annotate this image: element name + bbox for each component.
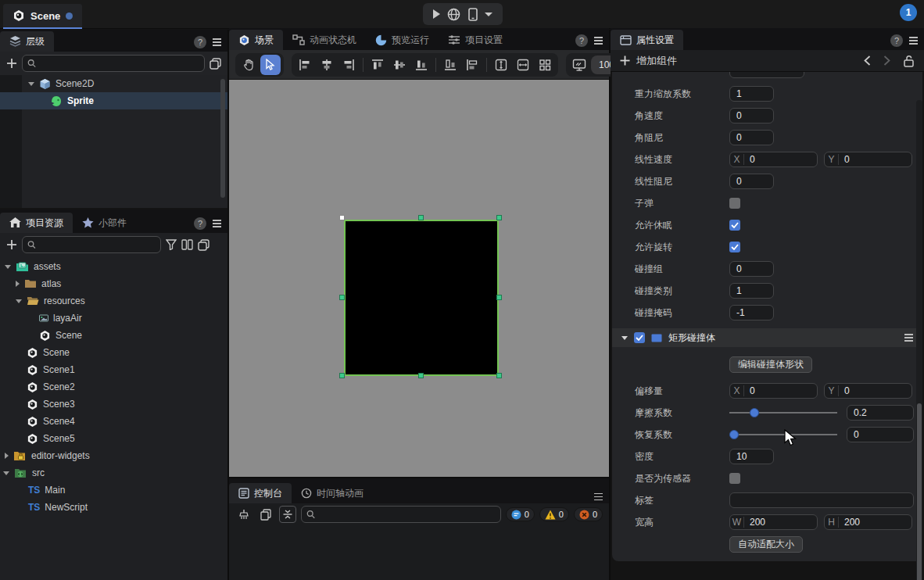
clear-console-button[interactable]	[235, 506, 252, 523]
bullet-checkbox[interactable]	[729, 198, 740, 209]
align-top-button[interactable]	[367, 55, 388, 75]
restitution-slider[interactable]	[729, 427, 837, 442]
add-asset-button[interactable]	[6, 239, 17, 250]
copy-log-button[interactable]	[257, 506, 274, 523]
caret-right-icon[interactable]	[5, 453, 9, 459]
tab-timeline-animation[interactable]: 时间轴动画	[292, 483, 373, 503]
caret-down-icon[interactable]	[621, 336, 628, 340]
tab-preview-run[interactable]: 预览运行	[366, 30, 439, 50]
tree-node-assets[interactable]: assets	[0, 258, 227, 275]
help-icon[interactable]: ?	[890, 34, 903, 47]
caret-down-icon[interactable]	[16, 299, 22, 303]
selection-handle-top-center[interactable]	[418, 215, 424, 220]
allow-sleep-checkbox[interactable]	[729, 220, 740, 231]
assets-search-input[interactable]	[22, 236, 161, 253]
selected-sprite-rect[interactable]	[344, 220, 499, 376]
tree-node-src[interactable]: src	[0, 464, 227, 482]
tree-node-layaair[interactable]: layaAir	[0, 310, 227, 327]
caret-down-icon[interactable]	[5, 265, 11, 269]
notification-badge[interactable]: 1	[900, 4, 917, 21]
warning-count-filter[interactable]: 0	[539, 507, 569, 521]
split-columns-icon[interactable]	[181, 239, 193, 250]
tree-node-scene-file[interactable]: Scene	[0, 327, 227, 344]
collider-section-header[interactable]: 矩形碰撞体	[612, 328, 922, 347]
align-right-button[interactable]	[338, 55, 359, 75]
collision-group-input[interactable]: 0	[729, 261, 774, 277]
caret-right-icon[interactable]	[16, 281, 20, 287]
tree-node-scene-file[interactable]: Scene	[0, 344, 227, 361]
scene-canvas[interactable]	[229, 80, 609, 477]
tree-node-atlas[interactable]: atlas	[0, 275, 227, 292]
tree-node-editor-widgets[interactable]: editor-widgets	[0, 447, 227, 464]
tree-node-main-script[interactable]: TS Main	[0, 482, 227, 499]
collider-enabled-checkbox[interactable]	[634, 332, 645, 343]
tree-node-scene-file[interactable]: Scene1	[0, 361, 227, 378]
friction-value-input[interactable]: 0.2	[847, 405, 914, 421]
design-resolution-button[interactable]	[569, 55, 589, 75]
linear-velocity-y-input[interactable]: Y 0	[824, 152, 912, 167]
tree-node-newscript[interactable]: TS NewScript	[0, 499, 227, 516]
hierarchy-search-field[interactable]	[40, 58, 199, 69]
console-search-input[interactable]	[301, 506, 501, 523]
collision-mask-input[interactable]: -1	[729, 305, 774, 320]
restitution-value-input[interactable]: 0	[847, 427, 914, 442]
linear-velocity-x-input[interactable]: X 0	[729, 152, 818, 167]
grid-arrange-button[interactable]	[535, 55, 555, 75]
width-input[interactable]: W 200	[729, 514, 818, 530]
tab-console[interactable]: 控制台	[229, 483, 292, 503]
linear-damping-input[interactable]: 0	[729, 174, 774, 189]
inspector-scrollbar-thumb[interactable]	[917, 403, 922, 580]
expand-collapse-all-icon[interactable]	[210, 58, 221, 70]
tree-node-scene-file[interactable]: Scene4	[0, 413, 227, 430]
hierarchy-scrollbar[interactable]	[220, 79, 225, 198]
caret-down-icon[interactable]	[28, 82, 34, 86]
filter-funnel-icon[interactable]	[166, 239, 177, 250]
tree-node-scene-file[interactable]: Scene5	[0, 430, 227, 447]
friction-slider[interactable]	[729, 405, 837, 421]
tab-widgets[interactable]: 小部件	[73, 213, 136, 233]
nav-forward-icon[interactable]	[883, 55, 890, 66]
selection-handle-bottom-center[interactable]	[418, 373, 424, 378]
selection-handle-bottom-right[interactable]	[496, 373, 502, 378]
tree-node-scene-file[interactable]: Scene3	[0, 396, 227, 413]
align-bottom-button[interactable]	[411, 55, 432, 75]
collapse-messages-toggle[interactable]	[279, 506, 296, 523]
selection-handle-middle-right[interactable]	[496, 295, 502, 300]
is-sensor-checkbox[interactable]	[729, 473, 740, 484]
expand-collapse-all-icon[interactable]	[198, 239, 210, 251]
tree-node-scene-file[interactable]: Scene2	[0, 378, 227, 396]
tab-hierarchy[interactable]: 层级	[0, 31, 54, 52]
add-node-button[interactable]	[6, 58, 17, 69]
height-input[interactable]: H 200	[824, 514, 912, 530]
allow-rotation-checkbox[interactable]	[729, 242, 740, 252]
tab-project-settings[interactable]: 项目设置	[439, 30, 512, 50]
offset-y-input[interactable]: Y 0	[824, 383, 912, 399]
align-center-horizontal-button[interactable]	[317, 55, 337, 75]
panel-menu-icon[interactable]	[909, 37, 918, 45]
offset-x-input[interactable]: X 0	[729, 383, 818, 399]
info-count-filter[interactable]: 0	[506, 507, 535, 521]
collision-category-input[interactable]: 1	[729, 283, 774, 299]
align-middle-vertical-button[interactable]	[389, 55, 410, 75]
match-height-button[interactable]	[491, 55, 511, 75]
tag-input[interactable]	[729, 492, 914, 508]
panel-menu-icon[interactable]	[213, 38, 221, 46]
panel-menu-icon[interactable]	[594, 493, 603, 501]
lock-inspector-icon[interactable]	[903, 55, 915, 67]
error-count-filter[interactable]: 0	[574, 507, 603, 521]
panel-menu-icon[interactable]	[213, 220, 221, 227]
selection-handle-top-left[interactable]	[339, 215, 345, 220]
distribute-horizontal-button[interactable]	[462, 55, 482, 75]
panel-menu-icon[interactable]	[594, 37, 603, 45]
help-icon[interactable]: ?	[194, 217, 206, 230]
tab-project-resources[interactable]: 项目资源	[0, 213, 73, 233]
help-icon[interactable]: ?	[575, 34, 588, 47]
help-icon[interactable]: ?	[194, 36, 206, 48]
tree-node-resources[interactable]: resources	[0, 292, 227, 310]
distribute-vertical-button[interactable]	[440, 55, 460, 75]
inspector-scrollbar[interactable]	[916, 100, 922, 580]
angular-velocity-input[interactable]: 0	[729, 108, 774, 124]
hierarchy-search-input[interactable]	[22, 55, 205, 72]
edit-collider-shape-button[interactable]: 编辑碰撞体形状	[729, 356, 812, 373]
tab-animation-state-machine[interactable]: 动画状态机	[283, 30, 366, 50]
